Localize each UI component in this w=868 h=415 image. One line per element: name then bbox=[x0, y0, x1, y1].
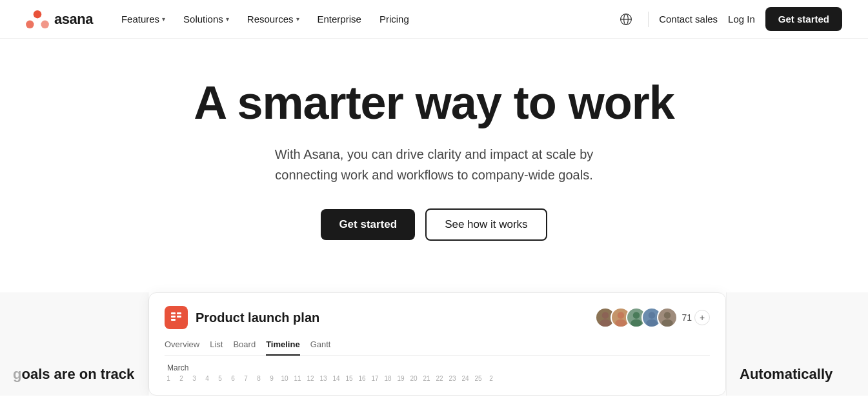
nav-features[interactable]: Features ▾ bbox=[114, 8, 173, 30]
timeline-num: 25 bbox=[474, 375, 482, 382]
timeline-num: 1 bbox=[165, 375, 172, 382]
timeline-area: March 1 2 3 4 5 6 7 8 9 10 11 12 13 14 1… bbox=[165, 363, 710, 382]
get-started-nav-button[interactable]: Get started bbox=[765, 7, 842, 31]
svg-rect-10 bbox=[177, 316, 181, 318]
svg-point-11 bbox=[602, 312, 609, 319]
hero-see-how-button[interactable]: See how it works bbox=[425, 208, 547, 241]
nav-right: Contact sales Log In Get started bbox=[614, 7, 842, 31]
timeline-numbers: 1 2 3 4 5 6 7 8 9 10 11 12 13 14 15 16 1… bbox=[165, 375, 710, 382]
svg-point-2 bbox=[41, 20, 48, 28]
svg-point-17 bbox=[649, 312, 656, 319]
grid-icon bbox=[170, 312, 182, 323]
svg-point-18 bbox=[647, 319, 658, 327]
timeline-num: 16 bbox=[358, 375, 366, 382]
product-header: Product launch plan bbox=[165, 306, 710, 329]
timeline-num: 2 bbox=[177, 375, 185, 382]
bottom-section: goals are on track Product launch plan bbox=[0, 292, 868, 396]
nav-solutions[interactable]: Solutions ▾ bbox=[176, 8, 237, 30]
logo-link[interactable]: asana bbox=[26, 10, 93, 28]
svg-point-16 bbox=[631, 319, 643, 327]
svg-rect-6 bbox=[171, 312, 176, 314]
navbar: asana Features ▾ Solutions ▾ Resources ▾… bbox=[0, 0, 868, 39]
contact-sales-link[interactable]: Contact sales bbox=[659, 14, 718, 25]
nav-links: Features ▾ Solutions ▾ Resources ▾ Enter… bbox=[114, 8, 614, 30]
timeline-num: 20 bbox=[410, 375, 418, 382]
svg-point-15 bbox=[633, 312, 640, 319]
timeline-num: 6 bbox=[229, 375, 237, 382]
nav-resources[interactable]: Resources ▾ bbox=[239, 8, 307, 30]
nav-enterprise[interactable]: Enterprise bbox=[310, 8, 369, 30]
product-card: Product launch plan bbox=[148, 292, 726, 396]
timeline-num: 24 bbox=[461, 375, 469, 382]
svg-point-12 bbox=[600, 319, 612, 327]
timeline-num: 5 bbox=[216, 375, 224, 382]
timeline-month-label: March bbox=[165, 363, 710, 372]
tab-list[interactable]: List bbox=[210, 339, 223, 355]
svg-rect-7 bbox=[171, 316, 176, 318]
tab-gantt[interactable]: Gantt bbox=[310, 339, 331, 355]
timeline-num: 2 bbox=[487, 375, 495, 382]
globe-icon bbox=[620, 13, 632, 26]
timeline-num: 8 bbox=[255, 375, 263, 382]
timeline-num: 7 bbox=[242, 375, 250, 382]
timeline-num: 11 bbox=[294, 375, 301, 382]
svg-rect-9 bbox=[177, 312, 181, 314]
chevron-down-icon: ▾ bbox=[226, 15, 229, 23]
svg-point-20 bbox=[662, 319, 674, 327]
chevron-down-icon: ▾ bbox=[162, 15, 165, 23]
language-selector-button[interactable] bbox=[614, 8, 638, 31]
chevron-down-icon: ▾ bbox=[296, 15, 299, 23]
timeline-num: 3 bbox=[190, 375, 198, 382]
hero-buttons: Get started See how it works bbox=[321, 208, 547, 241]
product-title-row: Product launch plan bbox=[165, 306, 319, 329]
tab-timeline[interactable]: Timeline bbox=[266, 339, 300, 356]
timeline-num: 23 bbox=[449, 375, 456, 382]
asana-logo-icon bbox=[26, 10, 49, 28]
hero-get-started-button[interactable]: Get started bbox=[321, 209, 415, 240]
svg-point-13 bbox=[618, 312, 625, 319]
svg-point-0 bbox=[34, 10, 41, 18]
add-member-button[interactable]: + bbox=[694, 310, 710, 325]
avatar-count: 71 bbox=[681, 312, 692, 323]
right-panel: Automatically bbox=[726, 292, 868, 396]
automatically-text: Automatically bbox=[740, 366, 833, 383]
avatar-and-count: 71 + bbox=[595, 307, 710, 328]
hero-section: A smarter way to work With Asana, you ca… bbox=[0, 39, 868, 267]
avatar-group bbox=[595, 307, 678, 328]
svg-point-19 bbox=[664, 312, 671, 319]
login-link[interactable]: Log In bbox=[728, 14, 755, 25]
timeline-num: 12 bbox=[307, 375, 314, 382]
nav-divider bbox=[648, 12, 649, 27]
timeline-num: 15 bbox=[345, 375, 353, 382]
svg-point-1 bbox=[26, 20, 34, 28]
timeline-num: 21 bbox=[423, 375, 430, 382]
tab-board[interactable]: Board bbox=[233, 339, 256, 355]
left-panel: goals are on track bbox=[0, 292, 148, 396]
timeline-num: 13 bbox=[319, 375, 327, 382]
timeline-num: 18 bbox=[384, 375, 392, 382]
product-name: Product launch plan bbox=[196, 310, 319, 325]
timeline-num: 10 bbox=[281, 375, 288, 382]
product-icon bbox=[165, 306, 188, 329]
hero-subtitle: With Asana, you can drive clarity and im… bbox=[254, 144, 615, 185]
timeline-num: 4 bbox=[203, 375, 211, 382]
logo-text: asana bbox=[54, 11, 93, 28]
timeline-num: 9 bbox=[268, 375, 276, 382]
goals-on-track-text: goals are on track bbox=[13, 366, 134, 383]
tab-overview[interactable]: Overview bbox=[165, 339, 199, 355]
svg-point-14 bbox=[616, 319, 627, 327]
timeline-num: 19 bbox=[397, 375, 405, 382]
hero-title: A smarter way to work bbox=[194, 77, 674, 128]
timeline-num: 22 bbox=[436, 375, 443, 382]
nav-pricing[interactable]: Pricing bbox=[372, 8, 417, 30]
avatar bbox=[657, 307, 678, 328]
svg-rect-8 bbox=[171, 319, 176, 321]
timeline-num: 17 bbox=[371, 375, 379, 382]
timeline-num: 14 bbox=[332, 375, 340, 382]
product-tabs: Overview List Board Timeline Gantt bbox=[165, 339, 710, 356]
